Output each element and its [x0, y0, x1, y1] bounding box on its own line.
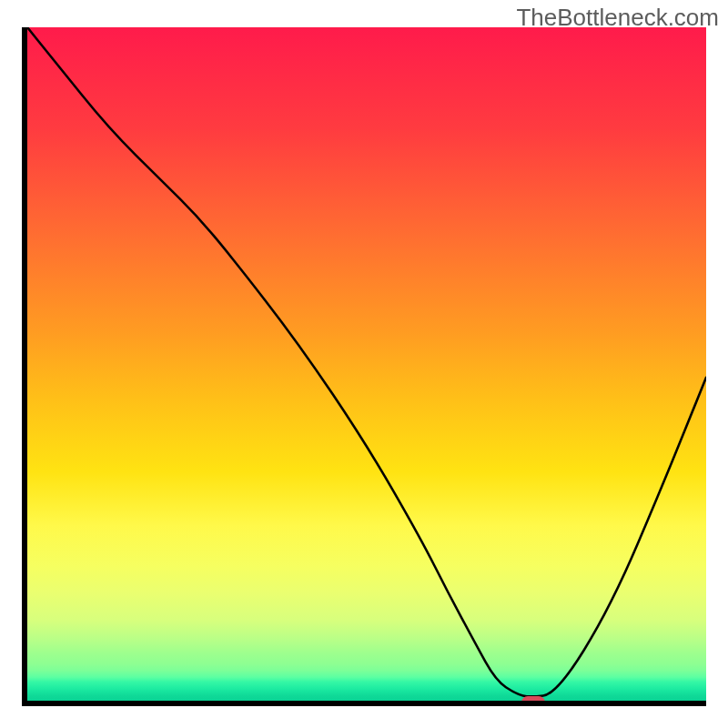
- watermark-text: TheBottleneck.com: [516, 4, 719, 32]
- bottleneck-curve: [27, 27, 706, 701]
- optimal-point-marker: [521, 696, 545, 706]
- plot-area: [22, 27, 706, 706]
- chart-container: TheBottleneck.com: [0, 0, 728, 728]
